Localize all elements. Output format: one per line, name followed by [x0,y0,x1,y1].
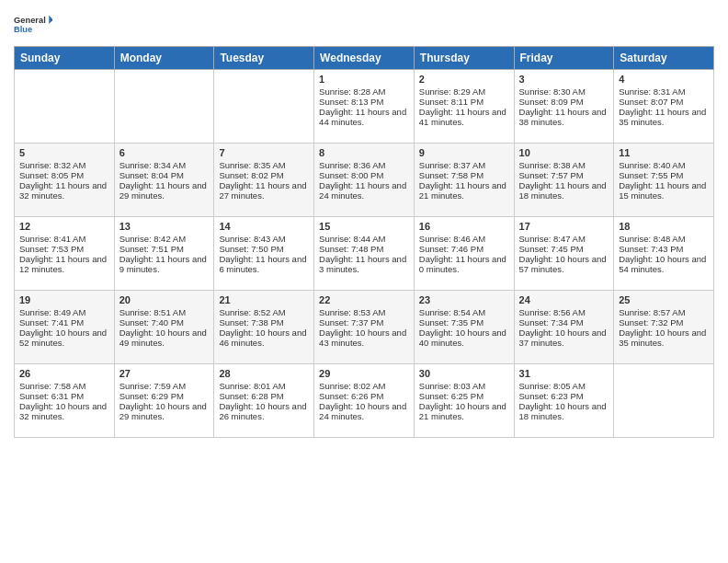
day-number: 12 [19,221,109,232]
day-info: Daylight: 10 hours and 43 minutes. [319,327,409,348]
calendar-cell: 21Sunrise: 8:52 AMSunset: 7:38 PMDayligh… [214,291,314,364]
day-number: 4 [619,74,709,85]
calendar-cell: 18Sunrise: 8:48 AMSunset: 7:43 PMDayligh… [614,217,714,291]
day-info: Daylight: 10 hours and 18 minutes. [519,401,609,421]
day-info: Sunrise: 8:42 AM [119,234,210,244]
calendar-cell: 3Sunrise: 8:30 AMSunset: 8:09 PMDaylight… [514,70,614,144]
day-info: Sunset: 7:37 PM [319,317,409,327]
week-row-4: 19Sunrise: 8:49 AMSunset: 7:41 PMDayligh… [15,291,714,364]
day-info: Daylight: 10 hours and 49 minutes. [119,327,210,348]
day-info: Sunrise: 8:05 AM [519,381,609,391]
day-info: Daylight: 11 hours and 3 minutes. [319,254,409,274]
day-info: Sunset: 7:45 PM [519,244,609,254]
day-info: Sunset: 6:31 PM [19,391,109,401]
day-number: 5 [19,147,109,158]
day-info: Daylight: 10 hours and 26 minutes. [219,401,309,421]
day-info: Sunset: 7:55 PM [619,170,709,180]
day-info: Sunset: 8:04 PM [119,170,210,180]
day-info: Sunset: 7:38 PM [219,317,309,327]
day-info: Sunrise: 7:59 AM [119,381,210,391]
day-info: Sunrise: 8:53 AM [319,307,409,317]
day-info: Sunrise: 8:01 AM [219,381,309,391]
calendar-cell: 23Sunrise: 8:54 AMSunset: 7:35 PMDayligh… [414,291,514,364]
calendar-cell: 10Sunrise: 8:38 AMSunset: 7:57 PMDayligh… [514,144,614,217]
calendar-header-row: SundayMondayTuesdayWednesdayThursdayFrid… [15,47,714,70]
day-info: Sunset: 7:48 PM [319,244,409,254]
day-number: 21 [219,294,309,305]
day-info: Sunrise: 8:34 AM [119,160,210,170]
day-info: Daylight: 11 hours and 6 minutes. [219,254,309,274]
calendar-cell: 22Sunrise: 8:53 AMSunset: 7:37 PMDayligh… [314,291,415,364]
calendar-cell [15,70,115,144]
day-info: Sunrise: 8:48 AM [619,234,709,244]
day-info: Sunset: 7:51 PM [119,244,210,254]
day-info: Daylight: 10 hours and 46 minutes. [219,327,309,348]
col-header-wednesday: Wednesday [314,47,415,70]
day-number: 22 [319,294,409,305]
calendar-cell: 8Sunrise: 8:36 AMSunset: 8:00 PMDaylight… [314,144,415,217]
day-number: 28 [219,368,309,379]
week-row-3: 12Sunrise: 8:41 AMSunset: 7:53 PMDayligh… [15,217,714,291]
calendar-cell: 26Sunrise: 7:58 AMSunset: 6:31 PMDayligh… [15,364,115,438]
day-number: 29 [319,368,409,379]
day-info: Daylight: 11 hours and 32 minutes. [19,180,109,201]
day-info: Sunrise: 8:49 AM [19,307,109,317]
day-info: Daylight: 11 hours and 0 minutes. [419,254,509,274]
day-info: Sunrise: 8:03 AM [419,381,509,391]
day-info: Sunrise: 8:43 AM [219,234,309,244]
day-info: Sunset: 7:50 PM [219,244,309,254]
calendar-cell: 28Sunrise: 8:01 AMSunset: 6:28 PMDayligh… [214,364,314,438]
calendar-cell: 19Sunrise: 8:49 AMSunset: 7:41 PMDayligh… [15,291,115,364]
week-row-1: 1Sunrise: 8:28 AMSunset: 8:13 PMDaylight… [15,70,714,144]
day-number: 18 [619,221,709,232]
day-info: Daylight: 10 hours and 32 minutes. [19,401,109,421]
calendar-table: SundayMondayTuesdayWednesdayThursdayFrid… [14,46,714,438]
day-info: Sunrise: 8:29 AM [419,86,509,97]
calendar-cell: 4Sunrise: 8:31 AMSunset: 8:07 PMDaylight… [614,70,714,144]
day-info: Daylight: 11 hours and 29 minutes. [119,180,210,201]
day-number: 6 [119,147,210,158]
day-number: 7 [219,147,309,158]
day-info: Sunrise: 8:40 AM [619,160,709,170]
day-number: 30 [419,368,509,379]
day-info: Daylight: 10 hours and 54 minutes. [619,254,709,274]
logo: General Blue [14,9,52,39]
calendar-cell: 6Sunrise: 8:34 AMSunset: 8:04 PMDaylight… [114,144,214,217]
day-number: 16 [419,221,509,232]
day-number: 31 [519,368,609,379]
col-header-saturday: Saturday [614,47,714,70]
calendar-cell: 9Sunrise: 8:37 AMSunset: 7:58 PMDaylight… [414,144,514,217]
day-info: Daylight: 11 hours and 38 minutes. [519,107,609,127]
day-info: Sunset: 7:35 PM [419,317,509,327]
week-row-5: 26Sunrise: 7:58 AMSunset: 6:31 PMDayligh… [15,364,714,438]
col-header-friday: Friday [514,47,614,70]
day-info: Daylight: 10 hours and 21 minutes. [419,401,509,421]
day-number: 27 [119,368,210,379]
day-info: Daylight: 11 hours and 44 minutes. [319,107,409,127]
day-number: 26 [19,368,109,379]
day-info: Sunset: 6:26 PM [319,391,409,401]
day-info: Sunset: 8:00 PM [319,170,409,180]
day-info: Sunrise: 8:57 AM [619,307,709,317]
day-info: Sunrise: 8:47 AM [519,234,609,244]
day-info: Sunrise: 8:02 AM [319,381,409,391]
col-header-sunday: Sunday [15,47,115,70]
calendar-cell: 20Sunrise: 8:51 AMSunset: 7:40 PMDayligh… [114,291,214,364]
day-info: Daylight: 11 hours and 41 minutes. [419,107,509,127]
calendar-cell: 29Sunrise: 8:02 AMSunset: 6:26 PMDayligh… [314,364,415,438]
day-info: Daylight: 11 hours and 21 minutes. [419,180,509,201]
day-info: Sunrise: 8:54 AM [419,307,509,317]
day-number: 3 [519,74,609,85]
day-info: Sunrise: 8:36 AM [319,160,409,170]
week-row-2: 5Sunrise: 8:32 AMSunset: 8:05 PMDaylight… [15,144,714,217]
day-number: 25 [619,294,709,305]
calendar-cell: 27Sunrise: 7:59 AMSunset: 6:29 PMDayligh… [114,364,214,438]
calendar-cell: 24Sunrise: 8:56 AMSunset: 7:34 PMDayligh… [514,291,614,364]
calendar-cell [214,70,314,144]
calendar-cell [614,364,714,438]
col-header-tuesday: Tuesday [214,47,314,70]
svg-text:General: General [14,16,46,25]
day-number: 23 [419,294,509,305]
day-info: Daylight: 11 hours and 24 minutes. [319,180,409,201]
day-number: 19 [19,294,109,305]
